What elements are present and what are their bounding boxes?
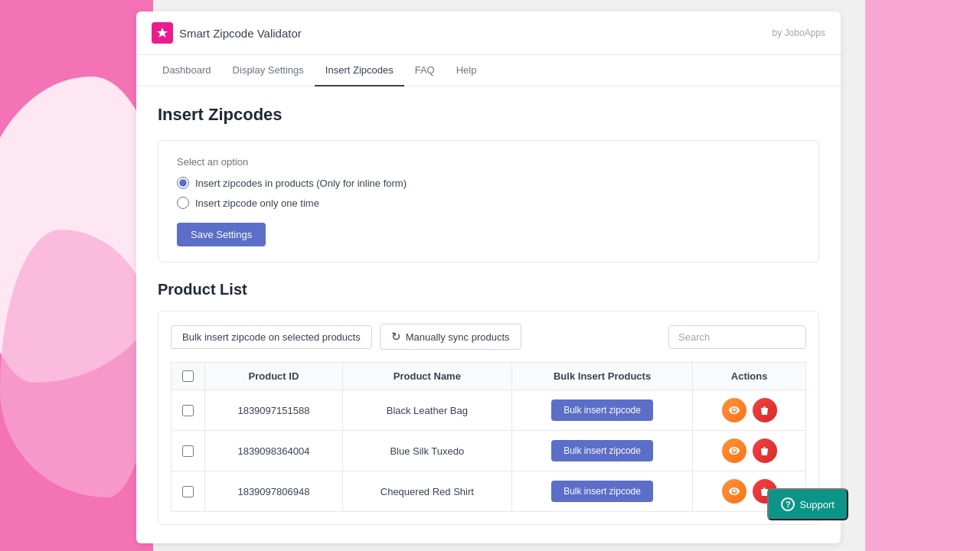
view-button-1[interactable] [722,439,746,463]
support-button[interactable]: ? Support [767,488,848,520]
page-title: Insert Zipcodes [158,105,819,125]
app-title: Smart Zipcode Validator [179,27,302,40]
section-title: Product List [158,281,819,298]
radio-label-2: Insert zipcode only one time [195,197,319,209]
wave-blob-2 [0,230,153,497]
app-logo-area: Smart Zipcode Validator [152,22,302,44]
app-container: Smart Zipcode Validator by JoboApps Dash… [136,11,841,543]
row-product-id: 1839097151588 [205,390,343,431]
th-product-id: Product ID [205,363,343,390]
row-product-id: 1839098364004 [205,431,343,471]
bulk-insert-button-2[interactable]: Bulk insert zipcode [551,481,653,502]
radio-input-1[interactable] [177,177,189,189]
support-icon: ? [781,497,795,511]
radio-option-1[interactable]: Insert zipcodes in products (Only for in… [177,177,800,189]
row-actions-cell [693,390,806,431]
row-bulk-insert-cell: Bulk insert zipcode [511,431,692,471]
row-checkbox-1[interactable] [182,445,194,457]
th-checkbox [172,363,205,390]
view-button-0[interactable] [722,398,746,422]
bulk-insert-button-0[interactable]: Bulk insert zipcode [551,399,653,421]
nav-display-settings[interactable]: Display Settings [222,55,315,86]
radio-label-1: Insert zipcodes in products (Only for in… [195,178,407,189]
row-checkbox-cell [172,471,205,512]
row-bulk-insert-cell: Bulk insert zipcode [511,471,692,512]
nav-faq[interactable]: FAQ [404,55,446,86]
nav-dashboard[interactable]: Dashboard [152,55,222,86]
bg-pink-right [865,0,980,551]
bulk-insert-button-1[interactable]: Bulk insert zipcode [551,440,653,461]
row-product-id: 1839097806948 [205,471,343,512]
view-button-2[interactable] [722,479,746,504]
table-row: 1839098364004 Blue Silk Tuxedo Bulk inse… [172,431,806,471]
row-checkbox-cell [172,390,205,431]
app-content: Insert Zipcodes Select an option Insert … [136,86,841,543]
radio-option-2[interactable]: Insert zipcode only one time [177,197,800,209]
search-input-wrap [668,325,806,349]
options-label: Select an option [177,156,800,168]
app-logo-icon [152,22,173,44]
sync-label: Manually sync products [406,331,510,343]
nav-insert-zipcodes[interactable]: Insert Zipcodes [315,55,404,86]
row-product-name: Black Leather Bag [342,390,511,431]
support-label: Support [799,499,835,510]
save-settings-button[interactable]: Save Settings [177,223,266,246]
row-checkbox-0[interactable] [182,405,194,416]
row-product-name: Chequered Red Shirt [342,471,511,512]
search-input[interactable] [668,325,806,349]
select-all-checkbox[interactable] [182,370,194,382]
row-checkbox-cell [172,431,205,471]
th-product-name: Product Name [342,363,511,390]
product-list-card: Bulk insert zipcode on selected products… [158,311,819,525]
app-header: Smart Zipcode Validator by JoboApps [136,11,841,55]
row-bulk-insert-cell: Bulk insert zipcode [511,390,692,431]
sync-icon: ↻ [391,330,401,344]
row-checkbox-2[interactable] [182,486,194,497]
product-toolbar: Bulk insert zipcode on selected products… [171,324,806,350]
th-bulk-insert: Bulk Insert Products [511,363,692,390]
delete-button-1[interactable] [753,439,777,463]
app-by-label: by JoboApps [773,28,825,38]
nav-help[interactable]: Help [446,55,488,86]
manually-sync-button[interactable]: ↻ Manually sync products [380,324,521,350]
app-nav: Dashboard Display Settings Insert Zipcod… [136,55,841,86]
bulk-insert-selected-button[interactable]: Bulk insert zipcode on selected products [171,325,372,349]
row-actions-cell [693,431,806,471]
product-table: Product ID Product Name Bulk Insert Prod… [171,362,806,512]
row-product-name: Blue Silk Tuxedo [342,431,511,471]
table-row: 1839097151588 Black Leather Bag Bulk ins… [172,390,806,431]
options-card: Select an option Insert zipcodes in prod… [158,140,819,262]
table-row: 1839097806948 Chequered Red Shirt Bulk i… [172,471,806,512]
delete-button-0[interactable] [753,398,777,422]
radio-input-2[interactable] [177,197,189,209]
th-actions: Actions [693,363,806,390]
